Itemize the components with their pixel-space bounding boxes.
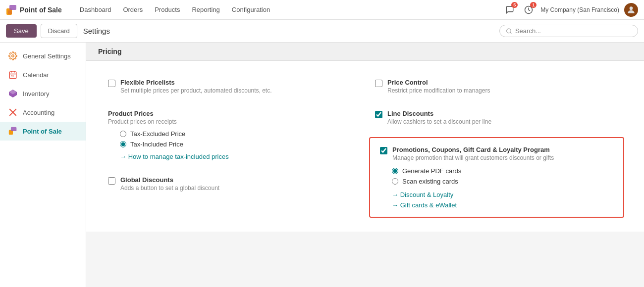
- global-discounts-label[interactable]: Global Discounts Adds a button to set a …: [108, 176, 355, 191]
- tax-included-link-row: How to manage tax-included prices: [120, 153, 355, 160]
- search-input[interactable]: [515, 27, 632, 35]
- gift-cards-link[interactable]: Gift cards & eWallet: [392, 201, 457, 209]
- global-discounts-desc: Adds a button to set a global discount: [120, 185, 219, 191]
- gear-icon: [8, 51, 18, 61]
- tax-excluded-radio[interactable]: Tax-Excluded Price: [120, 130, 355, 138]
- discard-button[interactable]: Discard: [41, 24, 77, 38]
- setting-global-discounts: Global Discounts Adds a button to set a …: [98, 168, 365, 199]
- svg-rect-2: [8, 10, 12, 14]
- sidebar: General Settings 31 Calendar Inventory: [0, 43, 86, 287]
- svg-point-5: [507, 29, 511, 33]
- setting-price-control: Price Control Restrict price modificatio…: [365, 71, 632, 102]
- generate-pdf-label: Generate PDF cards: [402, 167, 461, 175]
- promotions-inner: Generate PDF cards Scan existing cards D…: [380, 167, 613, 209]
- settings-area: Flexible Pricelists Set multiple prices …: [86, 61, 644, 232]
- settings-grid: Flexible Pricelists Set multiple prices …: [98, 71, 632, 222]
- sidebar-item-inventory[interactable]: Inventory: [0, 84, 86, 103]
- nav-products[interactable]: Products: [149, 0, 186, 20]
- calendar-icon: 31: [8, 70, 18, 80]
- settings-right-col: Price Control Restrict price modificatio…: [365, 71, 632, 222]
- promotions-title: Promotions, Coupons, Gift Card & Loyalty…: [392, 146, 554, 153]
- sidebar-item-calendar[interactable]: 31 Calendar: [0, 65, 86, 84]
- promotions-links: Discount & Loyalty Gift cards & eWallet: [392, 191, 613, 209]
- nav-dashboard[interactable]: Dashboard: [74, 0, 117, 20]
- sidebar-item-label: Accounting: [23, 109, 54, 116]
- chat-badge: 5: [511, 2, 518, 8]
- activity-badge: 1: [530, 2, 537, 8]
- promotions-checkbox[interactable]: [380, 147, 387, 154]
- content-area: Pricing Flexible Pricelists Set multiple…: [86, 43, 644, 287]
- svg-text:31: 31: [11, 75, 14, 78]
- nav-right: 5 1 My Company (San Francisco): [503, 3, 638, 17]
- scan-existing-radio[interactable]: Scan existing cards: [392, 178, 613, 185]
- setting-product-prices: Product Prices Product prices on receipt…: [98, 102, 365, 168]
- nav-orders[interactable]: Orders: [117, 0, 149, 20]
- save-button[interactable]: Save: [6, 24, 37, 38]
- scan-existing-label: Scan existing cards: [402, 178, 458, 185]
- price-control-checkbox[interactable]: [375, 80, 382, 87]
- sidebar-item-general-settings[interactable]: General Settings: [0, 47, 86, 65]
- price-control-desc: Restrict price modification to managers: [387, 87, 490, 94]
- tax-excluded-label: Tax-Excluded Price: [130, 130, 185, 138]
- global-discounts-checkbox[interactable]: [108, 177, 115, 185]
- product-prices-radios: Tax-Excluded Price Tax-Included Price: [120, 130, 355, 148]
- line-discounts-label[interactable]: Line Discounts Allow cashiers to set a d…: [375, 110, 622, 125]
- svg-rect-17: [11, 127, 16, 131]
- app-name: Point of Sale: [20, 6, 62, 14]
- line-discounts-checkbox[interactable]: [375, 111, 382, 118]
- svg-point-15: [12, 112, 14, 113]
- svg-rect-1: [9, 5, 16, 10]
- avatar-icon: [626, 5, 636, 15]
- flexible-pricelists-label[interactable]: Flexible Pricelists Set multiple prices …: [108, 79, 355, 94]
- sidebar-item-label: Calendar: [23, 71, 49, 79]
- nav-reporting[interactable]: Reporting: [186, 0, 225, 20]
- generate-pdf-radio[interactable]: Generate PDF cards: [392, 167, 613, 175]
- toolbar: Save Discard Settings: [0, 20, 644, 43]
- nav-menu: Dashboard Orders Products Reporting Conf…: [74, 0, 503, 20]
- tax-included-radio[interactable]: Tax-Included Price: [120, 141, 355, 148]
- line-discounts-desc: Allow cashiers to set a discount per lin…: [387, 118, 491, 125]
- setting-line-discounts: Line Discounts Allow cashiers to set a d…: [365, 102, 632, 133]
- accounting-icon: [8, 107, 18, 117]
- price-control-title: Price Control: [387, 79, 490, 86]
- sidebar-item-pos[interactable]: Point of Sale: [0, 122, 86, 141]
- flexible-pricelists-desc: Set multiple prices per product, automat…: [120, 87, 272, 94]
- nav-configuration[interactable]: Configuration: [226, 0, 276, 20]
- promotions-radios: Generate PDF cards Scan existing cards: [392, 167, 613, 185]
- svg-point-4: [630, 6, 633, 10]
- setting-flexible-pricelists: Flexible Pricelists Set multiple prices …: [98, 71, 365, 102]
- product-prices-desc: Product prices on receipts: [108, 118, 355, 125]
- tax-included-label: Tax-Included Price: [130, 141, 183, 148]
- search-icon: [506, 28, 512, 35]
- svg-line-6: [510, 32, 511, 33]
- search-box[interactable]: [499, 25, 638, 37]
- sidebar-item-label: Inventory: [23, 90, 49, 97]
- chat-button[interactable]: 5: [503, 3, 517, 17]
- flexible-pricelists-checkbox[interactable]: [108, 80, 115, 87]
- main-layout: General Settings 31 Calendar Inventory: [0, 43, 644, 287]
- inventory-icon: [8, 89, 18, 98]
- section-header: Pricing: [86, 43, 644, 61]
- sidebar-item-label: General Settings: [23, 52, 71, 60]
- discount-loyalty-link[interactable]: Discount & Loyalty: [392, 191, 453, 198]
- page-title: Settings: [83, 27, 110, 35]
- price-control-label[interactable]: Price Control Restrict price modificatio…: [375, 79, 622, 94]
- company-name[interactable]: My Company (San Francisco): [540, 6, 619, 13]
- global-discounts-title: Global Discounts: [120, 176, 219, 184]
- top-nav: Point of Sale Dashboard Orders Products …: [0, 0, 644, 20]
- promotions-desc: Manage promotion that will grant custome…: [392, 154, 554, 161]
- activity-button[interactable]: 1: [522, 3, 536, 17]
- svg-point-7: [12, 55, 14, 57]
- promotions-label[interactable]: Promotions, Coupons, Gift Card & Loyalty…: [380, 146, 613, 161]
- sidebar-item-label: Point of Sale: [23, 128, 62, 135]
- product-prices-title: Product Prices: [108, 110, 355, 117]
- app-logo[interactable]: Point of Sale: [6, 4, 70, 15]
- tax-included-link[interactable]: How to manage tax-included prices: [120, 153, 229, 160]
- setting-promotions-box: Promotions, Coupons, Gift Card & Loyalty…: [369, 137, 624, 218]
- settings-left-col: Flexible Pricelists Set multiple prices …: [98, 71, 365, 222]
- sidebar-item-accounting[interactable]: Accounting: [0, 103, 86, 122]
- line-discounts-title: Line Discounts: [387, 110, 491, 117]
- pos-icon: [8, 126, 18, 136]
- user-avatar[interactable]: [624, 3, 638, 17]
- flexible-pricelists-title: Flexible Pricelists: [120, 79, 272, 86]
